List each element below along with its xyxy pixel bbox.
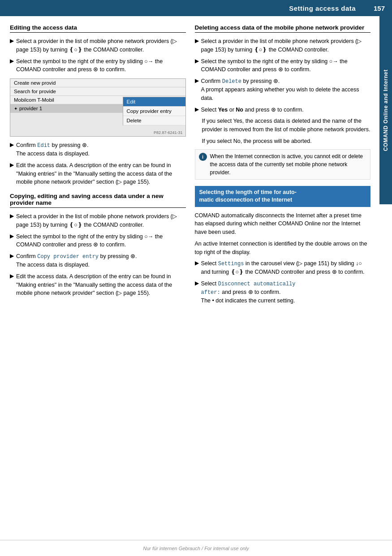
- info-box: i When the Internet connection is active…: [195, 149, 371, 180]
- bullet-text: Edit the access data. A description of t…: [16, 272, 186, 297]
- bullet-icon: ▶: [10, 38, 14, 44]
- list-item: ▶ Edit the access data. A description of…: [10, 272, 186, 297]
- bullet-text: Select the symbol to the right of the en…: [16, 57, 186, 74]
- list-item: ▶ Select a provider in the list of mobil…: [10, 37, 186, 54]
- side-tab-label: COMAND Online and Internet: [383, 69, 389, 151]
- bullet-text: Select a provider in the list of mobile …: [16, 37, 186, 54]
- bullet-text: Confirm Delete by pressing ⊛.A prompt ap…: [201, 77, 371, 103]
- bullet-icon: ▶: [10, 142, 14, 148]
- bullet-text: Select a provider in the list of mobile …: [201, 37, 371, 54]
- list-item: ▶ Select a provider in the list of mobil…: [195, 37, 371, 54]
- screenshot-content: Create new provid Search for provide Mob…: [10, 79, 185, 136]
- footer: Nur für internen Gebrauch / For internal…: [0, 540, 392, 556]
- info-text: When the Internet connection is active, …: [210, 152, 367, 177]
- bullet-text: Select the symbol to the right of the en…: [16, 233, 186, 250]
- ss-row: Search for provide: [10, 87, 185, 96]
- header-bar: Setting access data 157: [0, 0, 392, 16]
- list-item: ▶ Select a provider in the list of mobil…: [10, 212, 186, 229]
- list-item: ▶ Select the symbol to the right of the …: [10, 233, 186, 250]
- menu-delete: Delete: [123, 116, 185, 125]
- bullet-text: Confirm Edit by pressing ⊛.The access da…: [16, 141, 90, 158]
- bullet-icon: ▶: [195, 106, 199, 112]
- menu-edit: Edit: [123, 97, 185, 107]
- bullet-text: Select the symbol to the right of the en…: [201, 57, 371, 74]
- header-page: 157: [374, 4, 385, 12]
- main-content: Editing the access data ▶ Select a provi…: [0, 16, 379, 540]
- paragraph: An active Internet connection is identif…: [195, 240, 371, 257]
- menu-copy: Copy provider entry: [123, 107, 185, 116]
- list-item: ▶ Edit the access data. A description of…: [10, 161, 186, 186]
- context-menu: Edit Copy provider entry Delete: [123, 97, 185, 125]
- bullet-icon: ▶: [195, 38, 199, 44]
- left-column: Editing the access data ▶ Select a provi…: [10, 24, 186, 532]
- header-title: Setting access data: [289, 4, 356, 12]
- bullet-icon: ▶: [10, 273, 14, 279]
- sub-text: If you select No, the process will be ab…: [202, 137, 371, 146]
- bullet-text: Select Settings in the carousel view (▷ …: [201, 259, 371, 276]
- list-item: ▶ Select Settings in the carousel view (…: [195, 259, 371, 276]
- list-item: ▶ Select Disconnect automaticallyafter: …: [195, 280, 371, 305]
- bullet-text: Select Yes or No and press ⊛ to confirm.: [201, 106, 304, 114]
- bullet-icon: ▶: [195, 260, 199, 266]
- bullet-text: Edit the access data. A description of t…: [16, 161, 186, 186]
- bullet-text: Confirm Copy provider entry by pressing …: [16, 252, 137, 269]
- list-item: ▶ Select the symbol to the right of the …: [195, 57, 371, 74]
- bullet-icon: ▶: [10, 162, 14, 168]
- bullet-icon: ▶: [10, 253, 14, 259]
- screenshot-watermark: P82.87-6241-31: [154, 130, 183, 135]
- side-tab: COMAND Online and Internet: [379, 16, 392, 204]
- highlight-section-heading: Selecting the length of time for auto-ma…: [195, 186, 371, 207]
- footer-text: Nur für internen Gebrauch / For internal…: [143, 546, 249, 551]
- right-column: Deleting access data of the mobile phone…: [195, 24, 371, 532]
- sub-text: If you select Yes, the access data is de…: [202, 117, 371, 134]
- bullet-icon: ▶: [10, 213, 14, 219]
- bullet-icon: ▶: [195, 58, 199, 64]
- bullet-text: Select Disconnect automaticallyafter: an…: [201, 280, 296, 305]
- editing-section-heading: Editing the access data: [10, 24, 186, 33]
- list-item: ▶ Select the symbol to the right of the …: [10, 57, 186, 74]
- paragraph: COMAND automatically disconnects the Int…: [195, 211, 371, 237]
- info-icon: i: [199, 153, 207, 161]
- bullet-icon: ▶: [195, 78, 199, 84]
- ss-row: Create new provid: [10, 79, 185, 87]
- bullet-icon: ▶: [10, 233, 14, 239]
- list-item: ▶ Confirm Delete by pressing ⊛.A prompt …: [195, 77, 371, 103]
- list-item: ▶ Confirm Copy provider entry by pressin…: [10, 252, 186, 269]
- list-item: ▶ Confirm Edit by pressing ⊛.The access …: [10, 141, 186, 158]
- list-item: ▶ Select Yes or No and press ⊛ to confir…: [195, 106, 371, 114]
- deleting-section-heading: Deleting access data of the mobile phone…: [195, 24, 371, 33]
- copying-section-heading: Copying, editing and saving access data …: [10, 193, 186, 208]
- bullet-text: Select a provider in the list of mobile …: [16, 212, 186, 229]
- bullet-icon: ▶: [195, 280, 199, 286]
- screenshot-image: Create new provid Search for provide Mob…: [10, 78, 186, 137]
- bullet-icon: ▶: [10, 58, 14, 64]
